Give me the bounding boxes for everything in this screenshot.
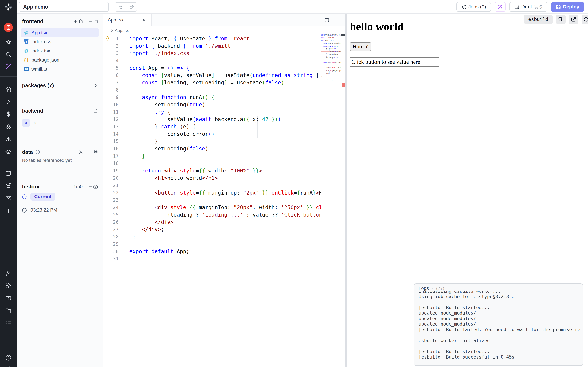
minimap-line: } (320, 59, 341, 60)
frontend-file-list: App.tsx3index.cssindex.tsx{}package.json… (21, 28, 99, 74)
code-line-16: 16 setLoading(false) (103, 145, 320, 152)
line-number: 6 (103, 72, 119, 79)
inspect-element-button[interactable] (556, 15, 566, 24)
minimap-line (320, 65, 341, 67)
logo-icon[interactable] (0, 3, 17, 11)
app-name-input[interactable] (19, 2, 109, 12)
add-table-button[interactable] (88, 150, 98, 154)
mail-icon[interactable] (0, 194, 17, 202)
code-line-17: 17 } (103, 152, 320, 160)
dollar-icon[interactable] (0, 110, 17, 118)
draft-button[interactable]: Draft ⌘S (510, 2, 547, 12)
file-row-index-css[interactable]: 3index.css (21, 37, 99, 46)
play-icon[interactable] (0, 98, 17, 106)
route-icon[interactable] (0, 181, 17, 190)
editor-more-icon[interactable] (334, 17, 339, 23)
history-entry-dot (22, 208, 26, 213)
arrow-right-icon[interactable] (0, 362, 17, 367)
minimap[interactable]: import React, { useState } from 'react'i… (320, 33, 341, 86)
plus-icon[interactable] (0, 207, 17, 215)
logs-panel: Logs (77) initializing esbuild worker...… (414, 284, 583, 366)
split-pane-icon[interactable] (324, 17, 329, 23)
packages-section-header[interactable]: packages (7) (22, 82, 98, 89)
file-label: package.json (32, 57, 59, 63)
line-number: 15 (103, 138, 119, 145)
code-line-23: 23 (103, 196, 320, 204)
redo-icon (129, 5, 134, 9)
list-icon[interactable] (0, 319, 17, 327)
backend-title: backend (22, 108, 43, 114)
code-area[interactable]: 1import React, { useState } from 'react'… (103, 35, 320, 367)
history-entry-row[interactable]: 03:23:22 PM (22, 208, 57, 213)
file-label: wmill.ts (32, 67, 47, 72)
logs-dropdown-button[interactable] (431, 286, 434, 290)
panel-resizer[interactable] (345, 14, 347, 367)
file-row-wmill-ts[interactable]: TSwmill.ts (21, 65, 99, 74)
rail-divider (0, 76, 17, 77)
add-backend-script-button[interactable] (88, 108, 98, 113)
logs-header: Logs (77) (414, 284, 582, 291)
preview-heading: hello world (350, 20, 404, 33)
add-folder-button[interactable] (88, 19, 98, 24)
file-row-index-tsx[interactable]: index.tsx (21, 46, 99, 55)
line-number: 21 (103, 182, 119, 189)
minimap-line: setLoading(true) (320, 48, 341, 49)
undo-redo-group (115, 2, 137, 12)
backend-script-row[interactable]: a a (22, 119, 36, 127)
more-menu-button[interactable] (447, 4, 453, 9)
file-label: index.tsx (32, 48, 50, 54)
data-info-button[interactable] (35, 150, 40, 154)
run-a-button[interactable]: Run 'a' (350, 42, 371, 51)
code-line-24: 24 <div style={{ marginTop: "20px", widt… (103, 204, 320, 211)
code-line-29: 29 (103, 241, 320, 248)
jobs-button[interactable]: Jobs (0) (456, 2, 491, 12)
scrollbar-thumb[interactable] (341, 34, 345, 36)
gear-icon[interactable] (0, 281, 17, 290)
redo-button[interactable] (126, 3, 137, 11)
history-title: history (22, 184, 40, 190)
calendar-icon[interactable] (0, 169, 17, 177)
minimap-line: const App = () => { (320, 40, 341, 42)
refresh-preview-button[interactable] (581, 15, 588, 24)
add-file-button[interactable] (73, 19, 83, 24)
error-marker (342, 83, 345, 87)
expand-packages-button[interactable] (93, 83, 98, 88)
star-icon[interactable] (0, 38, 17, 46)
ai-wand-button[interactable] (495, 2, 506, 12)
home-icon[interactable] (0, 85, 17, 94)
building-icon[interactable] (0, 23, 17, 32)
undo-button[interactable] (115, 3, 126, 11)
plus-icon (88, 19, 93, 24)
value-display-box: Click button to see value here (350, 57, 440, 67)
wand-icon[interactable] (0, 62, 17, 71)
line-number: 27 (103, 226, 119, 233)
line-number: 22 (103, 189, 119, 196)
line-number: 16 (103, 145, 119, 152)
search-icon[interactable] (0, 50, 17, 58)
help-icon[interactable] (0, 354, 17, 362)
tab-app-tsx[interactable]: App.tsx (103, 14, 152, 26)
code-line-4: 4 (103, 57, 320, 64)
deploy-button[interactable]: Deploy (551, 2, 584, 12)
top-bar: Jobs (0) Draft ⌘S Deploy (17, 0, 588, 14)
file-row-package-json[interactable]: {}package.json (21, 55, 99, 65)
breadcrumb-file: App.tsx (115, 28, 129, 33)
worker-group-icon[interactable] (0, 294, 17, 302)
graduation-cap-icon[interactable] (0, 148, 17, 156)
file-row-app-tsx[interactable]: App.tsx (21, 28, 99, 37)
pyramid-icon[interactable] (0, 135, 17, 144)
minimap-line: try { (320, 49, 341, 51)
add-snapshot-button[interactable] (88, 184, 98, 189)
history-current-badge[interactable]: Current (30, 192, 55, 201)
close-tab-button[interactable] (142, 18, 146, 22)
boxes-icon[interactable] (0, 123, 17, 131)
data-settings-button[interactable] (78, 150, 83, 154)
code-line-5: 5const App = () => { (103, 64, 320, 72)
code-line-11: 11 try { (103, 108, 320, 116)
react-icon (24, 49, 29, 53)
folder-icon[interactable] (0, 307, 17, 315)
code-editor[interactable]: App.tsx App.tsx 1import React, { useStat… (103, 14, 345, 367)
minimap-line: </div>; (320, 75, 341, 76)
open-external-button[interactable] (569, 15, 578, 24)
user-icon[interactable] (0, 269, 17, 277)
